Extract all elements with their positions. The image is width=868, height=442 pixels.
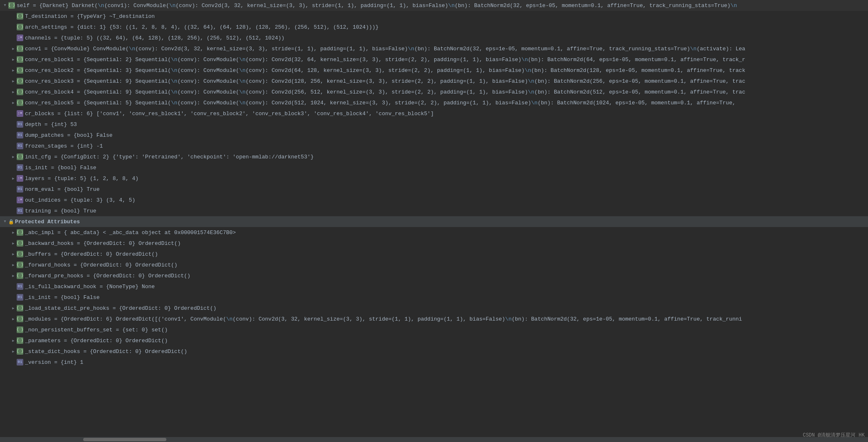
dict-icon: { } bbox=[17, 348, 23, 355]
tree-row-conv_res_block3[interactable]: { } conv_res_block3 = {Sequential: 9} Se… bbox=[0, 76, 868, 86]
dict-icon: { } bbox=[17, 24, 23, 30]
tree-row-_non_persistent_buffers_set[interactable]: { } _non_persistent_buffers_set = {set: … bbox=[0, 324, 868, 335]
expand-icon[interactable] bbox=[2, 2, 8, 9]
expand-icon[interactable] bbox=[10, 240, 17, 247]
expand-icon[interactable] bbox=[10, 45, 17, 52]
tree-row-_buffers[interactable]: { } _buffers = {OrderedDict: 0} OrderedD… bbox=[0, 249, 868, 259]
dict-icon: { } bbox=[17, 67, 23, 74]
expand-icon bbox=[10, 294, 17, 301]
row-content: out_indices = {tuple: 3} (3, 4, 5) bbox=[25, 197, 868, 203]
tree-row-_load_state_dict_pre_hooks[interactable]: { } _load_state_dict_pre_hooks = {Ordere… bbox=[0, 303, 868, 314]
expand-icon[interactable] bbox=[10, 56, 17, 63]
tree-row-_forward_pre_hooks[interactable]: { } _forward_pre_hooks = {OrderedDict: 0… bbox=[0, 270, 868, 281]
tree-row-training[interactable]: 01 training = {bool} True bbox=[0, 205, 868, 216]
tree-row-conv_res_block4[interactable]: { } conv_res_block4 = {Sequential: 9} Se… bbox=[0, 86, 868, 97]
tree-row-_is_init[interactable]: 01 _is_init = {bool} False bbox=[0, 292, 868, 303]
expand-icon[interactable] bbox=[10, 229, 17, 236]
tree-row-_modules[interactable]: { } _modules = {OrderedDict: 6} OrderedD… bbox=[0, 314, 868, 324]
tree-row-_abc_impl[interactable]: { } _abc_impl = { abc_data} < _abc_data … bbox=[0, 227, 868, 238]
expand-icon bbox=[10, 164, 17, 171]
expand-icon bbox=[10, 283, 17, 290]
tree-row-conv_res_block1[interactable]: { } conv_res_block1 = {Sequential: 2} Se… bbox=[0, 54, 868, 65]
tree-row-is_init[interactable]: 01 is_init = {bool} False bbox=[0, 162, 868, 173]
dict-icon: { } bbox=[17, 337, 23, 344]
tree-row-_state_dict_hooks[interactable]: { } _state_dict_hooks = {OrderedDict: 0}… bbox=[0, 346, 868, 357]
row-content: conv_res_block1 = {Sequential: 2} Sequen… bbox=[25, 57, 868, 63]
expand-icon[interactable] bbox=[10, 337, 17, 344]
tree-row-_backward_hooks[interactable]: { } _backward_hooks = {OrderedDict: 0} O… bbox=[0, 238, 868, 249]
tree-row-protected_header[interactable]: 🔒 Protected Attributes bbox=[0, 216, 868, 227]
tree-row-channels[interactable]: := channels = {tuple: 5} ((32, 64), (64,… bbox=[0, 32, 868, 43]
tree-row-init_cfg[interactable]: { } init_cfg = {ConfigDict: 2} {'type': … bbox=[0, 151, 868, 162]
bool-icon: 01 bbox=[17, 294, 23, 301]
dict-icon: { } bbox=[17, 56, 23, 63]
expand-icon[interactable] bbox=[10, 89, 17, 95]
expand-icon bbox=[10, 121, 17, 128]
expand-icon bbox=[10, 326, 17, 333]
expand-icon bbox=[10, 13, 17, 20]
bool-icon: 01 bbox=[17, 207, 23, 214]
tree-row-norm_eval[interactable]: 01 norm_eval = {bool} True bbox=[0, 184, 868, 195]
row-content: training = {bool} True bbox=[25, 208, 868, 214]
row-content: norm_eval = {bool} True bbox=[25, 186, 868, 193]
tree-row-_is_full_backward_hook[interactable]: 01 _is_full_backward_hook = {NoneType} N… bbox=[0, 281, 868, 292]
tree-row-out_indices[interactable]: := out_indices = {tuple: 3} (3, 4, 5) bbox=[0, 195, 868, 205]
row-content: _is_full_backward_hook = {NoneType} None bbox=[25, 284, 868, 290]
dict-icon: { } bbox=[17, 240, 23, 247]
tree-row-self[interactable]: { } self = {Darknet} Darknet(\n (conv1):… bbox=[0, 0, 868, 11]
expand-icon[interactable] bbox=[10, 348, 17, 355]
expand-icon bbox=[10, 207, 17, 214]
expand-icon[interactable] bbox=[10, 99, 17, 106]
tree-row-depth[interactable]: 01 depth = {int} 53 bbox=[0, 119, 868, 130]
bool-icon: 01 bbox=[17, 121, 23, 128]
dict-icon: { } bbox=[17, 78, 23, 84]
list-icon: := bbox=[17, 197, 23, 203]
list-icon: := bbox=[17, 35, 23, 41]
expand-icon[interactable] bbox=[10, 251, 17, 257]
tree-row-frozen_stages[interactable]: 01 frozen_stages = {int} -1 bbox=[0, 141, 868, 151]
row-content: conv_res_block2 = {Sequential: 3} Sequen… bbox=[25, 67, 868, 74]
tree-row-conv1[interactable]: { } conv1 = {ConvModule} ConvModule(\n (… bbox=[0, 43, 868, 54]
tree-row-_forward_hooks[interactable]: { } _forward_hooks = {OrderedDict: 0} Or… bbox=[0, 259, 868, 270]
tree-row-_version[interactable]: 01 _version = {int} 1 bbox=[0, 357, 868, 368]
tree-row-dump_patches[interactable]: 01 dump_patches = {bool} False bbox=[0, 130, 868, 141]
expand-icon[interactable] bbox=[10, 67, 17, 74]
row-content: is_init = {bool} False bbox=[25, 165, 868, 171]
row-content: conv_res_block3 = {Sequential: 9} Sequen… bbox=[25, 78, 868, 84]
tree-row-T_destination[interactable]: { } T_destination = {TypeVar} ~T_destina… bbox=[0, 11, 868, 22]
expand-icon[interactable] bbox=[10, 316, 17, 322]
tree-row-cr_blocks[interactable]: := cr_blocks = {list: 6} ['conv1', 'conv… bbox=[0, 108, 868, 119]
expand-icon bbox=[10, 143, 17, 149]
scrollbar-thumb[interactable] bbox=[83, 438, 166, 441]
expand-icon[interactable] bbox=[10, 153, 17, 160]
dict-icon: { } bbox=[17, 89, 23, 95]
expand-icon[interactable] bbox=[10, 78, 17, 84]
tree-row-conv_res_block2[interactable]: { } conv_res_block2 = {Sequential: 3} Se… bbox=[0, 65, 868, 76]
list-icon: := bbox=[17, 110, 23, 117]
dict-icon: { } bbox=[17, 272, 23, 279]
tree-row-_parameters[interactable]: { } _parameters = {OrderedDict: 0} Order… bbox=[0, 335, 868, 346]
tree-row-conv_res_block5[interactable]: { } conv_res_block5 = {Sequential: 5} Se… bbox=[0, 97, 868, 108]
row-content: _buffers = {OrderedDict: 0} OrderedDict(… bbox=[25, 251, 868, 257]
dict-icon: { } bbox=[17, 99, 23, 106]
expand-icon[interactable] bbox=[10, 305, 17, 311]
tree-row-layers[interactable]: := layers = {tuple: 5} (1, 2, 8, 8, 4) bbox=[0, 173, 868, 184]
row-content: _non_persistent_buffers_set = {set: 0} s… bbox=[25, 327, 868, 333]
dict-icon: { } bbox=[17, 326, 23, 333]
expand-icon bbox=[10, 24, 17, 30]
expand-icon[interactable] bbox=[10, 272, 17, 279]
row-content: self = {Darknet} Darknet(\n (conv1): Con… bbox=[17, 2, 868, 9]
tree-row-arch_settings[interactable]: { } arch_settings = {dict: 1} {53: ((1, … bbox=[0, 22, 868, 32]
row-content: _forward_pre_hooks = {OrderedDict: 0} Or… bbox=[25, 273, 868, 279]
row-content: conv_res_block5 = {Sequential: 5} Sequen… bbox=[25, 100, 868, 106]
expand-icon[interactable] bbox=[10, 262, 17, 268]
expand-icon[interactable] bbox=[10, 175, 17, 182]
dict-icon: { } bbox=[17, 13, 23, 20]
expand-icon[interactable] bbox=[2, 218, 8, 225]
expand-icon bbox=[10, 132, 17, 138]
row-content: _modules = {OrderedDict: 6} OrderedDict(… bbox=[25, 316, 868, 322]
expand-icon bbox=[10, 35, 17, 41]
horizontal-scrollbar[interactable] bbox=[0, 437, 868, 442]
dict-icon: { } bbox=[17, 153, 23, 160]
row-content: cr_blocks = {list: 6} ['conv1', 'conv_re… bbox=[25, 111, 868, 117]
